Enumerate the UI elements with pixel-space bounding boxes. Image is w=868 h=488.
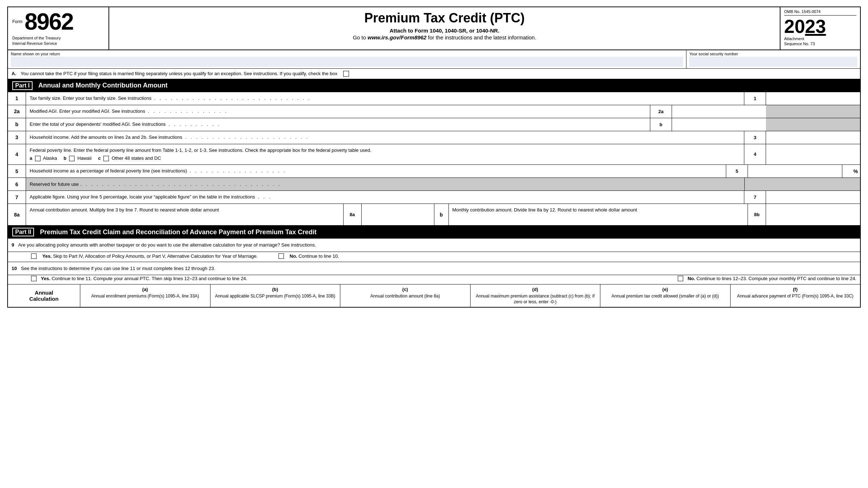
ssn-input[interactable] (689, 57, 857, 67)
line-4-desc: Federal poverty line. Enter the federal … (26, 144, 744, 164)
section-a: A. You cannot take the PTC if your filin… (7, 69, 861, 79)
line-9-no-label: No. (290, 253, 297, 259)
line-7-input[interactable] (766, 191, 860, 204)
line-3-number: 3 (8, 131, 26, 144)
line-8b-label: b (434, 204, 449, 225)
line-10-yes-checkbox[interactable] (31, 276, 37, 281)
line-5-input[interactable] (748, 165, 842, 177)
line-7-desc: Applicable figure. Using your line 5 per… (26, 191, 744, 204)
line-4a-checkbox[interactable] (35, 156, 41, 161)
line-9-question: 9 Are you allocating policy amounts with… (8, 239, 860, 252)
line-4b-checkbox[interactable] (69, 156, 75, 161)
line-7-number: 7 (8, 191, 26, 204)
line-10-no-item: No. Continue to lines 12–23. Compute you… (676, 276, 856, 281)
line-4-input[interactable] (766, 144, 860, 164)
name-field: Name shown on your return (8, 50, 686, 68)
line-10-yes-item: Yes. Continue to line 11. Compute your a… (30, 276, 247, 281)
th-col-d-title: Annual maximum premium assistance (subtr… (476, 294, 595, 304)
dept-text: Department of the Treasury Internal Reve… (12, 35, 104, 47)
line-10-question: 10 See the instructions to determine if … (8, 262, 860, 275)
form-label: Form (12, 19, 22, 24)
line-9-desc: Are you allocating policy amounts with a… (18, 242, 316, 248)
header-left: Form 8962 Department of the Treasury Int… (8, 7, 109, 50)
line-2a-ref: 2a (650, 105, 672, 118)
part2-header: Part II Premium Tax Credit Claim and Rec… (7, 226, 861, 239)
line-4-row: 4 Federal poverty line. Enter the federa… (8, 144, 860, 165)
attachment-label: Attachment (784, 37, 856, 41)
th-col-b-title: Annual applicable SLCSP premium (Form(s)… (215, 294, 335, 299)
th-col-b: (b) Annual applicable SLCSP premium (For… (210, 284, 341, 307)
attach-line: Attach to Form 1040, 1040-SR, or 1040-NR… (116, 27, 773, 34)
section-a-checkbox[interactable] (343, 71, 349, 77)
line-3-input[interactable] (766, 131, 860, 144)
line-8a-left: 8a Annual contribution amount. Multiply … (8, 204, 434, 225)
line-4-number: 4 (8, 144, 26, 164)
th-annual-calc: Annual Calculation (8, 284, 80, 307)
line-8a-ref: 8a (344, 204, 362, 225)
line-9-yes-label: Yes. (42, 253, 52, 259)
line-10-desc: See the instructions to determine if you… (21, 266, 215, 271)
line-2a-input[interactable] (672, 105, 766, 118)
form-title: Premium Tax Credit (PTC) (116, 11, 773, 25)
line-1-input[interactable] (766, 92, 860, 105)
line-10-yes-no: Yes. Continue to line 11. Compute your a… (8, 275, 860, 284)
website-line: Go to www.irs.gov/Form8962 for the instr… (116, 34, 773, 40)
line-3-ref: 3 (744, 131, 766, 144)
line-3-row: 3 Household income. Add the amounts on l… (8, 131, 860, 144)
line-4c-checkbox[interactable] (103, 156, 109, 161)
line-3-desc: Household income. Add the amounts on lin… (26, 131, 744, 144)
line-10-no-checkbox[interactable] (678, 276, 683, 281)
line-1-desc: Tax family size. Enter your tax family s… (26, 92, 744, 105)
part1-title: Annual and Monthly Contribution Amount (38, 82, 167, 89)
line-4-ref: 4 (744, 144, 766, 164)
part2-title: Premium Tax Credit Claim and Reconciliat… (40, 228, 316, 236)
line-6-number: 6 (8, 178, 26, 191)
name-ssn-row: Name shown on your return Your social se… (7, 50, 861, 69)
line-10-yes-label: Yes. (41, 276, 50, 281)
line-9-yes-no: Yes. Skip to Part IV, Allocation of Poli… (8, 252, 860, 262)
ssn-label: Your social security number (689, 52, 857, 56)
section-a-text: You cannot take the PTC if your filing s… (21, 71, 337, 76)
header-right: OMB No. 1545-0074 2023 Attachment Sequen… (780, 7, 860, 50)
line-5-desc: Household income as a percentage of fede… (26, 165, 726, 177)
line-1-row: 1 Tax family size. Enter your tax family… (8, 92, 860, 105)
line-9-no-checkbox[interactable] (278, 253, 284, 259)
line-8b-desc: Monthly contribution amount. Divide line… (449, 204, 748, 225)
th-col-d: (d) Annual maximum premium assistance (s… (471, 284, 601, 307)
part2-section: 9 Are you allocating policy amounts with… (7, 239, 861, 284)
line-8a-number: 8a (8, 204, 26, 225)
line-2b-ref: b (650, 118, 672, 131)
line-8b-input[interactable] (766, 204, 860, 225)
line-7-row: 7 Applicable figure. Using your line 5 p… (8, 191, 860, 204)
section-a-label: A. (12, 71, 16, 76)
line-5-ref: 5 (726, 165, 748, 177)
line-5-row: 5 Household income as a percentage of fe… (8, 165, 860, 178)
line-2b-input[interactable] (672, 118, 766, 131)
part2-label: Part II (12, 228, 34, 236)
page: Form 8962 Department of the Treasury Int… (7, 0, 861, 314)
line-2b-number: b (8, 118, 26, 131)
part1-header: Part I Annual and Monthly Contribution A… (7, 79, 861, 92)
line-5-percent: % (842, 165, 860, 177)
line-9-yes-checkbox[interactable] (31, 253, 37, 259)
th-col-c: (c) Annual contribution amount (line 8a) (340, 284, 471, 307)
part1-section: 1 Tax family size. Enter your tax family… (7, 92, 861, 226)
line-2b-row: b Enter the total of your dependents' mo… (8, 118, 860, 131)
line-2a-shaded (766, 105, 860, 118)
line-2a-row: 2a Modified AGI. Enter your modified AGI… (8, 105, 860, 118)
th-col-e: (e) Annual premium tax credit allowed (s… (600, 284, 731, 307)
header-center: Premium Tax Credit (PTC) Attach to Form … (109, 7, 780, 50)
name-input[interactable] (11, 57, 683, 67)
line-8a-input[interactable] (362, 204, 434, 225)
line-8b-ref: 8b (748, 204, 766, 225)
sequence-number: Sequence No. 73 (784, 42, 856, 46)
line-5-number: 5 (8, 165, 26, 177)
omb-number: OMB No. 1545-0074 (784, 9, 856, 16)
line-8-row: 8a Annual contribution amount. Multiply … (8, 204, 860, 226)
th-col-c-title: Annual contribution amount (line 8a) (370, 294, 440, 299)
line-10-yes-note: Continue to line 11. Compute your annual… (52, 276, 247, 281)
line-7-ref: 7 (744, 191, 766, 204)
th-col-f-title: Annual advance payment of PTC (Form(s) 1… (737, 294, 854, 299)
line-6-shaded-desc: Reserved for future use . . . . . . . . … (26, 178, 744, 191)
th-col-f: (f) Annual advance payment of PTC (Form(… (731, 284, 860, 307)
